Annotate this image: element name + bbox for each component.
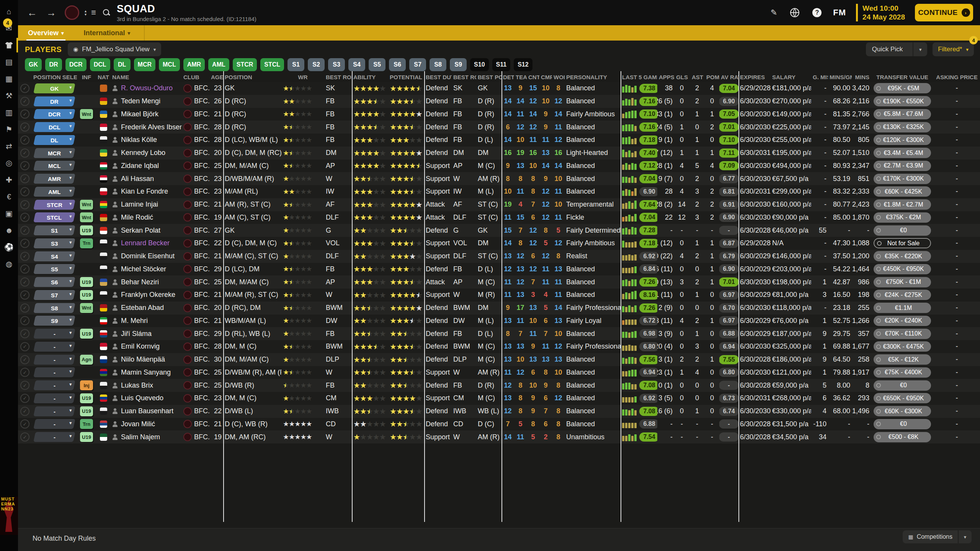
player-name[interactable]: Ali Hassan [111,172,182,185]
player-name[interactable]: Niklas Kölle [111,134,182,147]
position-selected-badge[interactable]: S8▾ [32,302,77,315]
column-header-transfer-value[interactable]: TRANSFER VALUE [871,74,934,80]
table-row[interactable]: ✓-▾U19Jiří SlámaBFC...29D (RL), WB (L)★★… [18,327,980,340]
back-icon[interactable]: ← [27,7,37,19]
club[interactable]: BFC... [182,379,209,392]
transfer-value[interactable]: €450K - €950K [871,263,934,276]
table-row[interactable]: ✓AML▾Kian Le FondreBFC...23M/AM (RL)★★★★… [18,185,980,198]
position-selected-badge[interactable]: GK▾ [32,82,77,95]
column-header-last-5-games[interactable]: LAST 5 GAMES [621,74,657,80]
club[interactable]: BFC... [182,198,209,211]
position-selected-badge[interactable]: DR▾ [32,95,77,108]
club[interactable]: BFC... [182,340,209,353]
transfer-value[interactable]: €5.8M - €7.6M [871,108,934,121]
table-row[interactable]: ✓S8▾WntEsteban AbadBFC...20D (RC), DM★★★… [18,302,980,315]
filter-s11[interactable]: S11 [492,58,511,71]
club[interactable]: BFC... [182,211,209,224]
player-name[interactable]: Jiří Sláma [111,327,182,340]
position-selected-badge[interactable]: -▾ [32,366,77,379]
club[interactable]: BFC... [182,185,209,198]
club[interactable]: BFC... [182,276,209,289]
position-selected-badge[interactable]: -▾ [32,327,77,340]
column-header-apps[interactable]: APPS [657,74,674,80]
table-row[interactable]: ✓DR▾Teden MengiBFC...26D (RC)★★★★★FB★★★★… [18,95,980,108]
position-selected-badge[interactable]: -▾ [32,340,77,353]
transfer-value[interactable]: €0 [871,379,934,392]
help-icon[interactable]: ? [812,8,822,17]
transfer-value[interactable]: €5K - €12K [871,353,934,366]
filter-s7[interactable]: S7 [409,58,426,71]
transfer-value[interactable]: €300K - €475K [871,340,934,353]
player-name[interactable]: Jovan Milić [111,418,182,431]
column-header-nat[interactable]: NAT [96,74,111,80]
column-header-best-role[interactable]: BEST ROLE [452,74,476,80]
row-checkbox[interactable]: ✓ [18,185,32,198]
transfer-value[interactable]: €35K - €220K [871,250,934,263]
table-row[interactable]: ✓-▾U19Luan BausenhartBFC...22D/WB (L)★★★… [18,405,980,418]
player-name[interactable]: M. Mehri [111,315,182,328]
position-selected-badge[interactable]: S6▾ [32,276,77,289]
world-icon[interactable] [790,8,799,17]
transfer-value[interactable]: €1.8M - €2.7M [871,198,934,211]
position-selected-badge[interactable]: -▾ [32,379,77,392]
filter-s10[interactable]: S10 [470,58,488,71]
club[interactable]: BFC... [182,392,209,405]
filter-s2[interactable]: S2 [308,58,325,71]
position-selected-badge[interactable]: S9▾ [32,315,77,328]
column-header-asking-price[interactable]: ASKING PRICE [934,74,980,80]
filter-mcl[interactable]: MCL [159,58,180,71]
transfer-value[interactable]: Not for Sale [871,237,934,250]
sidebar-item-inbox[interactable]: ✉4 [0,20,18,37]
club[interactable]: BFC... [182,147,209,160]
transfer-value[interactable]: €170K - €300K [871,172,934,185]
player-name[interactable]: Michel Stöcker [111,263,182,276]
table-row[interactable]: ✓S7▾U19Franklyn OkerekeBFC...21M/AM (R),… [18,289,980,302]
column-header-ast[interactable]: AST [689,74,705,80]
club[interactable]: BFC... [182,302,209,315]
row-checkbox[interactable]: ✓ [18,147,32,160]
sidebar-item-league[interactable]: ◍ [0,256,18,272]
column-header-position[interactable]: POSITION [223,74,281,80]
position-selected-badge[interactable]: AML▾ [32,185,77,198]
table-row[interactable]: ✓-▾Mamin SanyangBFC...25D/WB/M (R), AM (… [18,366,980,379]
row-checkbox[interactable]: ✓ [18,366,32,379]
column-header-pom[interactable]: POM [705,74,719,80]
column-header-wor[interactable]: WOR [552,74,565,80]
transfer-value[interactable]: €60K - €300K [871,405,934,418]
transfer-value[interactable]: €3.4M - €5.4M [871,147,934,160]
column-header-g-mis[interactable]: G. MIS [811,74,828,80]
transfer-value[interactable]: €2.7M - €3.9M [871,160,934,173]
position-selected-badge[interactable]: DL▾ [32,134,77,147]
sidebar-item-training[interactable]: ⚒ [0,87,18,104]
transfer-value[interactable]: €60K - €425K [871,185,934,198]
table-row[interactable]: ✓-▾Emil KornvigBFC...28DM, M (C)★★★★★BWM… [18,340,980,353]
sidebar-item-stats[interactable]: ▣ [0,205,18,222]
row-checkbox[interactable]: ✓ [18,250,32,263]
squad-view-dropdown[interactable]: ◉ FM_Jellico Squad View ▾ [68,42,161,56]
transfer-value[interactable]: €24K - €275K [871,289,934,302]
filter-stcr[interactable]: STCR [233,58,257,71]
table-row[interactable]: ✓S1▾U19Serkan PolatBFC...27GK★★★★★G★★★★★… [18,224,980,237]
filter-s4[interactable]: S4 [348,58,365,71]
filter-dl[interactable]: DL [114,58,131,71]
transfer-value[interactable]: €375K - €2M [871,211,934,224]
table-row[interactable]: ✓MCL▾Zidane IqbalBFC...25DM, M/AM (C)★★★… [18,160,980,173]
position-selected-badge[interactable]: DCR▾ [32,108,77,121]
club[interactable]: BFC... [182,315,209,328]
search-icon[interactable] [103,9,110,16]
row-checkbox[interactable]: ✓ [18,121,32,134]
player-name[interactable]: Frederik Alves Ibsen [111,121,182,134]
row-checkbox[interactable]: ✓ [18,392,32,405]
column-header-tea[interactable]: TEA [514,74,527,80]
transfer-value[interactable]: €20K - €240K [871,315,934,328]
player-name[interactable]: Behar Neziri [111,276,182,289]
column-header-best-duty[interactable]: BEST DUTY [424,74,452,80]
table-row[interactable]: ✓S6▾U19Behar NeziriBFC...25DM, M/AM (C)★… [18,276,980,289]
player-name[interactable]: Lamine Injai [111,198,182,211]
position-selected-badge[interactable]: S5▾ [32,263,77,276]
player-name[interactable]: Mile Rodić [111,211,182,224]
row-checkbox[interactable]: ✓ [18,108,32,121]
club-crest-icon[interactable] [65,5,79,20]
position-selected-badge[interactable]: STCL▾ [32,211,77,224]
position-selected-badge[interactable]: STCR▾ [32,198,77,211]
